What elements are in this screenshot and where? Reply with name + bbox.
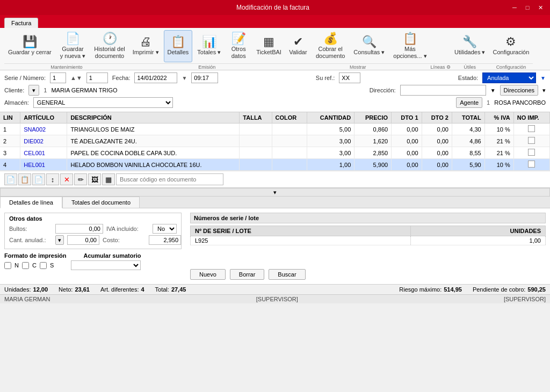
cell-iva: 10 %	[484, 159, 513, 171]
toolbar-section-emision: 🖨 Imprimir ▾ 📋 Detalles 📊 Totales ▾ 📝 Ot…	[129, 30, 285, 70]
emision-label: Emisión	[129, 63, 285, 70]
checkbox-n[interactable]	[4, 262, 11, 269]
buscar-button[interactable]: Buscar	[269, 269, 305, 280]
copy-row-button[interactable]: 📋	[18, 173, 31, 185]
col-iva: % IVA	[484, 112, 513, 124]
agente-id: 1	[487, 99, 490, 106]
serie-cell: L925	[191, 236, 411, 245]
search-input[interactable]	[116, 173, 223, 185]
validar-button[interactable]: ✔ Validar	[285, 30, 311, 62]
serie-label: Serie / Número:	[4, 75, 46, 81]
table-row[interactable]: 2 DIE002 TÉ ADELGAZANTE 24U. 3,00 1,620 …	[0, 135, 550, 147]
toolbar: 💾 Guardar y cerrar 📄 Guardary nueva ▾ 🕐 …	[0, 28, 550, 70]
validar-icon: ✔	[293, 36, 303, 48]
table-row[interactable]: 3 CEL001 PAPEL DE COCINA DOBLE CAPA 3UD.…	[0, 147, 550, 159]
maximize-button[interactable]: □	[522, 3, 533, 12]
minimize-button[interactable]: ─	[509, 3, 520, 12]
checkbox-c[interactable]	[22, 262, 29, 269]
neto-value: 23,61	[75, 286, 90, 293]
numero-input[interactable]	[86, 72, 108, 83]
borrar-button[interactable]: Borrar	[230, 269, 265, 280]
cell-dto1: 0,00	[392, 147, 422, 159]
tab-detalles-linea[interactable]: Detalles de línea	[0, 197, 62, 208]
noimp-checkbox[interactable]	[528, 125, 535, 132]
cell-noimp	[513, 147, 549, 159]
direcciones-button[interactable]: Direcciones	[500, 85, 538, 96]
otros-datos-button[interactable]: 📝 Otrosdatos	[226, 30, 251, 62]
acumular-select[interactable]	[71, 260, 141, 270]
bultos-input[interactable]	[55, 224, 103, 234]
tab-factura[interactable]: Factura	[4, 18, 38, 28]
iva-incluido-select[interactable]: No	[153, 224, 177, 234]
almacen-select[interactable]: GENERAL	[33, 97, 173, 108]
history-icon: 🕐	[103, 33, 117, 45]
n-label: N	[15, 262, 19, 268]
footer-supervisor2: [SUPERVISOR]	[504, 296, 546, 302]
detalles-button[interactable]: 📋 Detalles	[164, 30, 193, 62]
otros-icon: 📝	[231, 33, 246, 45]
noimp-checkbox[interactable]	[528, 149, 535, 156]
direccion-label: Dirección:	[370, 87, 396, 93]
pendiente-item: Pendiente de cobro: 590,25	[473, 286, 546, 293]
fecha-input[interactable]	[134, 72, 177, 83]
consultas-button[interactable]: 🔍 Consultas ▾	[350, 30, 388, 62]
mantenimiento-label: Mantenimiento	[4, 63, 129, 70]
formato-checkboxes: N C S	[4, 260, 182, 270]
col-cantidad: CANTIDAD	[307, 112, 354, 124]
delete-row-button[interactable]: ✕	[60, 173, 73, 185]
utilidades-button[interactable]: 🔧 Utilidades ▾	[451, 30, 489, 62]
estado-select[interactable]: Anulada	[482, 72, 536, 83]
close-button[interactable]: ✕	[535, 3, 546, 12]
su-ref-input[interactable]	[339, 72, 360, 83]
cant-anulad-dropdown[interactable]: ▾	[55, 235, 64, 245]
cell-noimp	[513, 159, 549, 171]
table-row[interactable]: 4 HEL001 HELADO BOMBON VAINILLA CHOCOLAT…	[0, 159, 550, 171]
total-label: Total:	[155, 286, 169, 293]
configuracion-button[interactable]: ⚙ Configuración	[489, 30, 533, 62]
nuevo-button[interactable]: Nuevo	[190, 269, 226, 280]
mas-opciones-button[interactable]: 📋 Másopciones... ▾	[389, 30, 430, 62]
insert-row-button[interactable]: 📄	[32, 173, 45, 185]
serie-input[interactable]	[50, 72, 66, 83]
footer-bar: MARIA GERMAN [SUPERVISOR] [SUPERVISOR]	[0, 294, 550, 303]
save-close-icon: 💾	[23, 36, 37, 48]
pendiente-value: 590,25	[527, 286, 546, 293]
details-icon: 📋	[171, 36, 185, 48]
riesgo-item: Riesgo máximo: 514,95	[399, 286, 462, 293]
collapse-button[interactable]: ▾	[0, 188, 550, 197]
cell-precio: 1,620	[354, 135, 392, 147]
image-button[interactable]: 🖼	[88, 173, 101, 185]
toolbar-section-configuracion: ⚙ Configuración Configuración	[489, 30, 533, 70]
edit-row-button[interactable]: ✏	[74, 173, 87, 185]
direccion-input[interactable]	[400, 85, 486, 96]
cobrar-button[interactable]: 💰 Cobrar eldocumento	[312, 30, 349, 62]
guardar-nueva-button[interactable]: 📄 Guardary nueva ▾	[56, 30, 90, 62]
move-row-button[interactable]: ↕	[46, 173, 59, 185]
cell-total: 8,55	[452, 147, 484, 159]
hora-input[interactable]	[191, 72, 218, 83]
cobrar-icon: 💰	[323, 33, 338, 45]
imprimir-button[interactable]: 🖨 Imprimir ▾	[129, 30, 163, 62]
noimp-checkbox[interactable]	[528, 161, 535, 168]
footer-user: MARIA GERMAN	[4, 296, 50, 302]
art-diferentes-value: 4	[141, 286, 144, 293]
guardar-cerrar-button[interactable]: 💾 Guardar y cerrar	[4, 30, 55, 62]
cliente-dropdown[interactable]: ▾	[28, 85, 39, 96]
cant-anulad-input[interactable]	[67, 235, 99, 245]
historial-button[interactable]: 🕐 Historial deldocumento	[90, 30, 128, 62]
barcode-button[interactable]: ▦	[102, 173, 115, 185]
agente-button[interactable]: Agente	[456, 97, 482, 108]
checkbox-s[interactable]	[40, 262, 47, 269]
ticketbai-button[interactable]: ▦ TicketBAI	[252, 30, 285, 62]
riesgo-value: 514,95	[444, 286, 462, 293]
table-row[interactable]: 1 SNA002 TRIANGULOS DE MAIZ 5,00 0,860 0…	[0, 124, 550, 135]
totales-button[interactable]: 📊 Totales ▾	[193, 30, 225, 62]
title-bar-text: Modificación de la factura	[37, 4, 509, 11]
cell-lin: 2	[0, 135, 20, 147]
tab-totales-documento[interactable]: Totales del documento	[62, 197, 140, 208]
serie-row[interactable]: L925 1,00	[191, 236, 546, 245]
add-row-button[interactable]: 📄	[4, 173, 17, 185]
cell-dto2: 0,00	[422, 147, 452, 159]
costo-input[interactable]	[149, 235, 181, 245]
noimp-checkbox[interactable]	[528, 137, 535, 144]
